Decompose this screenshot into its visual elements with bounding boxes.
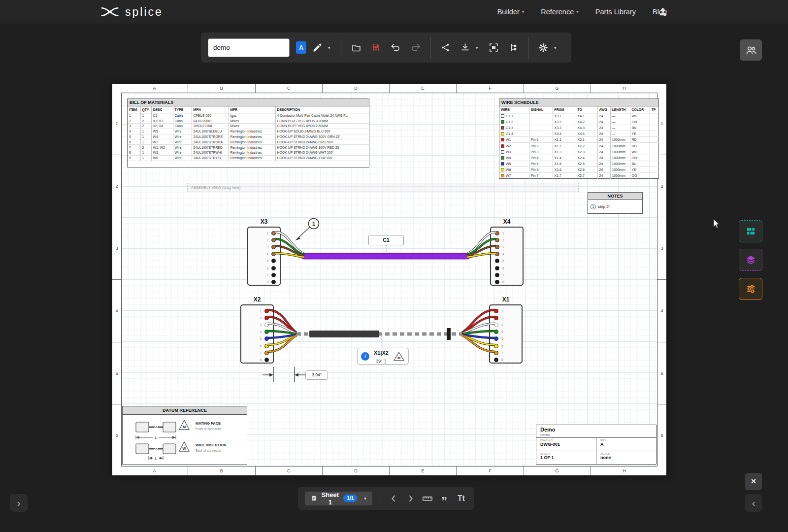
bom-row: 81W3Wire24UL1007STRWHIRemington Industri…: [128, 150, 370, 156]
drawing-name-input[interactable]: [208, 38, 290, 57]
wire-schedule-header: COLOR: [630, 106, 650, 113]
title-block: Demo demo DWG NO. DWG-001 REV A SHEET 1 …: [536, 425, 657, 465]
wire-color-swatch: [501, 114, 504, 118]
svg-text:WIRE INSERTION: WIRE INSERTION: [196, 443, 227, 447]
undo-icon: [391, 42, 401, 53]
schematic-button[interactable]: [504, 38, 522, 58]
datum-diagrams: L M MATING FACE Front of connector L W W…: [123, 415, 247, 464]
connector-x3[interactable]: X312345678: [247, 227, 281, 286]
logo-mark-icon: [100, 6, 119, 18]
pin-dot: [494, 330, 498, 334]
wire-color-swatch: [501, 162, 504, 166]
properties-panel-button[interactable]: [739, 278, 762, 300]
border-columns-top: ABCDEFGH: [121, 84, 657, 93]
collaborators-button[interactable]: [740, 39, 762, 61]
wire-schedule-row: W2Pin 2X1.2X2.2241000mmRD: [499, 143, 659, 149]
open-button[interactable]: [347, 38, 365, 58]
pin-dot: [494, 316, 498, 320]
components-panel-button[interactable]: [739, 220, 762, 242]
sheet-tab[interactable]: Sheet 1 1/1 ▾: [305, 492, 372, 505]
user-icon: [657, 6, 668, 17]
sliders-icon: [745, 283, 756, 295]
fit-view-button[interactable]: [485, 38, 502, 58]
col-label-F: F: [456, 466, 523, 475]
undo-button[interactable]: [387, 38, 404, 58]
redo-icon: [410, 42, 421, 53]
wire-color-swatch: [501, 144, 504, 148]
assembly-view-dropzone[interactable]: ASSEMBLY VIEW (drag here): [187, 183, 579, 192]
connector-x1[interactable]: X112345678: [489, 304, 523, 364]
app-logo[interactable]: splice: [100, 5, 163, 19]
bottom-bar-divider: [380, 491, 380, 506]
row-label-3: 3: [112, 217, 121, 279]
nav-item-reference[interactable]: Reference▾: [541, 8, 578, 16]
pin-row: 1: [248, 230, 280, 236]
nav-item-parts-library[interactable]: Parts Library: [595, 8, 636, 16]
panel-expand-left-button[interactable]: ›: [10, 494, 28, 512]
bottom-sheet-bar: Sheet 1 1/1 ▾ ” Tt: [298, 487, 474, 510]
wire-schedule-table: WIRE SCHEDULE WIRESIGNALFROMTOAWGLENGTHC…: [499, 99, 659, 179]
bom-row: 61W7Wire24UL1007STRORARemington Industri…: [128, 139, 370, 145]
logo-text: splice: [125, 5, 163, 19]
wire-color-swatch: [501, 138, 504, 141]
nav-item-builder[interactable]: Builder▾: [497, 8, 525, 16]
pin-dot: [495, 273, 499, 277]
settings-button[interactable]: [534, 38, 552, 58]
pin-row: 6: [490, 342, 522, 349]
download-icon: [460, 42, 470, 53]
wire-schedule-row: C1.3X3.3X4.324—BN: [499, 125, 659, 131]
notes-quote-button[interactable]: ”: [438, 490, 450, 507]
pin-row: 6: [248, 265, 280, 271]
connector-x2[interactable]: X212345678: [240, 304, 274, 364]
edit-button[interactable]: [308, 38, 326, 58]
export-caret[interactable]: ▾: [476, 45, 483, 50]
close-button[interactable]: ×: [745, 473, 762, 490]
pin-dot: [495, 259, 499, 263]
row-label-5: 5: [112, 342, 121, 404]
export-button[interactable]: [456, 38, 474, 58]
title-block-subtitle: demo: [540, 432, 656, 437]
scale-value: none: [600, 455, 656, 460]
harness-length-label[interactable]: 7 X1|X2 39"+1-1 M: [357, 348, 409, 365]
wire-schedule-header: TO: [576, 106, 597, 113]
dimension-label[interactable]: 3.94": [305, 370, 328, 380]
drawing-sheet[interactable]: ABCDEFGH ABCDEFGH 123456 123456 BILL OF …: [112, 84, 666, 475]
pin-row: 2: [241, 314, 273, 321]
next-sheet-button[interactable]: [404, 490, 417, 507]
col-label-C: C: [255, 84, 322, 93]
row-label-4: 4: [112, 279, 121, 342]
layers-panel-button[interactable]: [739, 249, 762, 271]
col-label-D: D: [322, 84, 389, 93]
share-button[interactable]: [436, 38, 454, 58]
bom-row: 72W1; W2Wire24UL1007STRREDRemington Indu…: [128, 145, 370, 150]
pin-dot: [494, 358, 498, 362]
panel-expand-right-button[interactable]: ‹: [745, 494, 762, 512]
text-size-button[interactable]: Tt: [455, 490, 467, 507]
sheet-tab-label: Sheet 1: [321, 491, 339, 506]
cable-label-c1[interactable]: C1: [368, 235, 404, 245]
pin-dot: [271, 280, 276, 284]
bill-of-materials-table: BILL OF MATERIALS ITEMQTYDESCTYPEMPNMFRD…: [127, 99, 369, 167]
pin-dot: [495, 238, 499, 242]
page-count-badge: 1/1: [343, 495, 357, 502]
user-account-button[interactable]: [654, 2, 672, 22]
connector-label-x4: X4: [491, 218, 523, 225]
note-item: 1strip 5": [588, 200, 642, 213]
connector-x4[interactable]: X412345678: [490, 227, 524, 286]
pin-row: 8: [491, 278, 523, 285]
autosave-badge[interactable]: A: [296, 41, 306, 54]
pin-dot: [264, 336, 269, 341]
prev-sheet-button[interactable]: [388, 490, 400, 507]
settings-caret[interactable]: ▾: [554, 45, 561, 50]
pin-row: 8: [248, 278, 280, 285]
wire-schedule-header: LENGTH: [610, 106, 630, 113]
pin-row: 3: [248, 243, 280, 250]
redo-button[interactable]: [406, 38, 424, 58]
measure-button[interactable]: [421, 490, 433, 507]
connector-label-x3: X3: [248, 218, 280, 225]
bom-header: DESC: [151, 106, 173, 113]
dwg-number: DWG-001: [540, 442, 596, 447]
save-button[interactable]: [367, 38, 385, 58]
harness-label-title: X1|X2: [374, 350, 389, 356]
edit-caret[interactable]: ▾: [328, 45, 335, 50]
